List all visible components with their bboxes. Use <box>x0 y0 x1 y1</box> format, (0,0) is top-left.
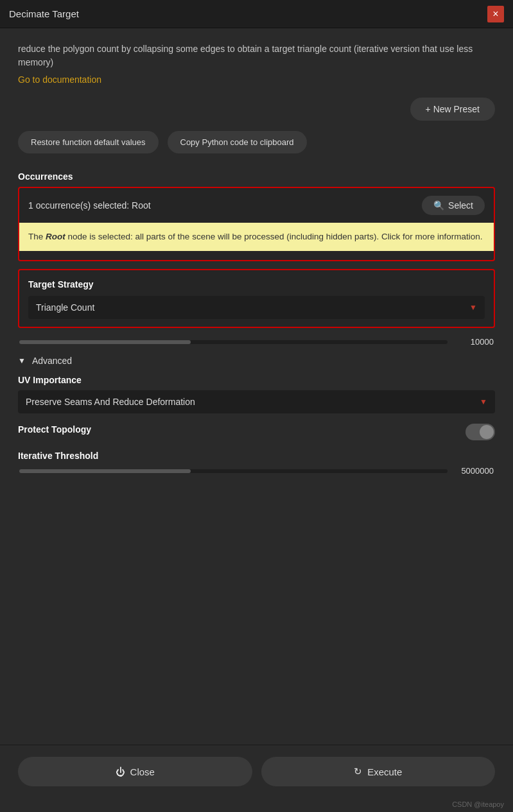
info-box[interactable]: The Root node is selected: all parts of … <box>19 223 494 251</box>
search-icon: 🔍 <box>433 200 444 211</box>
restore-defaults-button[interactable]: Restore function default values <box>18 131 159 153</box>
close-window-button[interactable]: × <box>487 6 504 22</box>
power-icon: ⏻ <box>116 766 125 777</box>
chevron-down-icon: ▼ <box>469 303 477 312</box>
execute-button[interactable]: ↻ Execute <box>261 757 496 786</box>
toggle-knob <box>480 425 494 439</box>
occurrences-box: 1 occurrence(s) selected: Root 🔍 Select … <box>18 187 495 261</box>
buttons-row: Restore function default values Copy Pyt… <box>18 131 495 153</box>
iterative-threshold-track <box>19 469 448 473</box>
uv-importance-label: UV Importance <box>18 375 495 385</box>
window-title: Decimate Target <box>9 8 79 19</box>
occurrences-value: 1 occurrence(s) selected: Root <box>28 200 151 211</box>
info-text-after: node is selected: all parts of the scene… <box>65 232 483 241</box>
protect-topology-row: Protect Topology <box>18 424 495 440</box>
main-content: reduce the polygon count by collapsing s… <box>0 28 513 745</box>
info-text-before: The <box>28 232 46 241</box>
chevron-down-icon: ▼ <box>18 356 26 365</box>
select-button[interactable]: 🔍 Select <box>422 196 485 215</box>
refresh-icon: ↻ <box>354 766 362 777</box>
uv-importance-dropdown[interactable]: Preserve Seams And Reduce Deformation ▼ <box>18 390 495 413</box>
advanced-label: Advanced <box>32 356 72 366</box>
close-button[interactable]: ⏻ Close <box>18 757 252 786</box>
iterative-threshold-slider-row: 5000000 <box>18 466 495 476</box>
title-bar: Decimate Target × <box>0 0 513 28</box>
execute-label: Execute <box>367 766 402 777</box>
protect-topology-label: Protect Topology <box>18 424 91 435</box>
footer: ⏻ Close ↻ Execute <box>0 745 513 798</box>
occurrences-label: Occurrences <box>18 171 495 182</box>
triangle-count-track <box>19 340 448 344</box>
iterative-threshold-fill <box>19 469 191 473</box>
triangle-count-fill <box>19 340 191 344</box>
occurrences-inner: 1 occurrence(s) selected: Root 🔍 Select <box>19 188 494 223</box>
doc-link[interactable]: Go to documentation <box>18 74 495 85</box>
copy-python-button[interactable]: Copy Python code to clipboard <box>168 131 307 153</box>
select-label: Select <box>448 200 473 211</box>
target-strategy-value: Triangle Count <box>36 302 94 313</box>
iterative-threshold-value: 5000000 <box>455 466 494 476</box>
iterative-threshold-label: Iterative Threshold <box>18 451 495 461</box>
target-strategy-dropdown[interactable]: Triangle Count ▼ <box>28 296 485 319</box>
preset-row: + New Preset <box>18 98 495 121</box>
chevron-down-icon: ▼ <box>480 397 487 406</box>
target-strategy-box: Target Strategy Triangle Count ▼ <box>18 269 495 328</box>
target-strategy-label: Target Strategy <box>28 279 485 289</box>
uv-importance-value: Preserve Seams And Reduce Deformation <box>26 397 195 407</box>
description-text: reduce the polygon count by collapsing s… <box>18 42 495 69</box>
triangle-count-value: 10000 <box>455 337 494 347</box>
info-italic: Root <box>46 232 65 241</box>
advanced-row[interactable]: ▼ Advanced <box>18 356 495 366</box>
triangle-count-slider-row: 10000 <box>18 337 495 347</box>
protect-topology-toggle[interactable] <box>465 424 495 440</box>
close-label: Close <box>130 766 155 777</box>
watermark: CSDN @iteapoy <box>0 798 513 812</box>
main-window: Decimate Target × reduce the polygon cou… <box>0 0 513 812</box>
new-preset-button[interactable]: + New Preset <box>410 98 495 121</box>
